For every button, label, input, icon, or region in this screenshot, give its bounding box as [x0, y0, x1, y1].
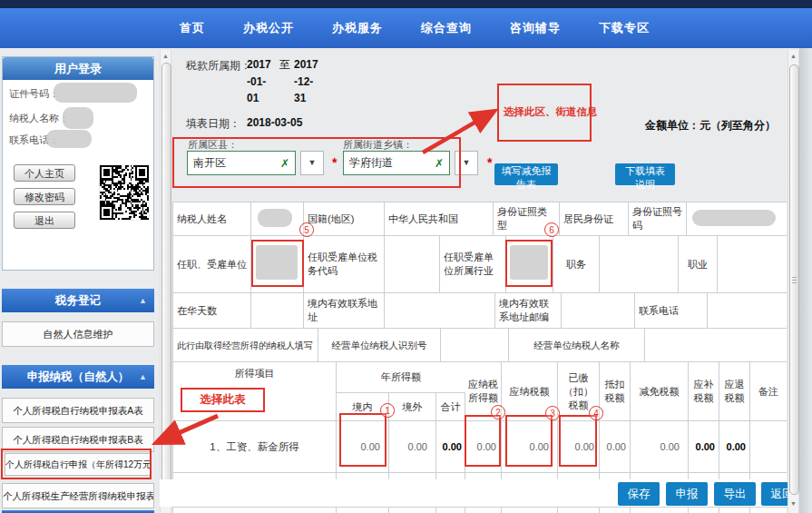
collapse-arrow-icon[interactable]: ▲ [139, 289, 147, 312]
header-tax-paid: 已缴（扣）税额 [558, 362, 600, 420]
value-tax-payable[interactable]: 0.00 [502, 421, 558, 472]
clear-icon[interactable]: ✗ [435, 157, 444, 170]
redacted-value [258, 209, 292, 227]
table-row: 纳税人姓名 国籍(地区) 中华人民共和国 身份证照类型 居民身份证 身份证照号码 [173, 202, 787, 236]
subheader-overseas: 境外 [389, 393, 436, 420]
user-login-panel: 用户登录 证件号码： 纳税人名称： 联系电话： 个人主页 修改密码 退出 [2, 56, 154, 271]
table-row: 此行由取得经营所得的纳税人填写 经营单位纳税人识别号 经营单位纳税人名称 [173, 329, 787, 364]
content-right-scrollbar[interactable]: ▲ ▼ [788, 50, 799, 513]
id-number-redacted [54, 83, 137, 103]
employer-industry-label: 任职受雇单位所属行业 [440, 236, 506, 292]
sidebar-item-form-b[interactable]: 个人所得税自行纳税申报表B表 [2, 427, 154, 452]
exempt-report-button[interactable]: 填写减免报告表 [494, 163, 558, 185]
value-tax-credit: 0.00 [600, 473, 631, 479]
declare-button[interactable]: 申报 [666, 482, 708, 506]
value-total: 0.00 [436, 421, 465, 472]
nav-tax-service[interactable]: 办税服务 [332, 20, 383, 36]
save-button[interactable]: 保存 [618, 482, 660, 506]
days-in-china-cell [251, 293, 304, 328]
table-row: 任职、受雇单位 任职受雇单位税务代码 任职受雇单位所属行业 职务 职业 [173, 236, 787, 293]
income-item-label: 2、个体工商户的生产、经营所得 [173, 473, 337, 479]
content-left-scrollbar[interactable]: ▲ ▼ [160, 50, 171, 513]
sidebar-item-form-a[interactable]: 个人所得税自行纳税申报表A表 [2, 398, 154, 423]
window-right-scrollbar[interactable] [799, 48, 812, 513]
value-tax-credit: 0.00 [600, 421, 631, 472]
street-dropdown-icon[interactable]: ▼ [455, 151, 478, 175]
tax-period-label: 税款所属期： [186, 58, 251, 74]
phone-label: 联系电话 [635, 293, 708, 328]
nav-home[interactable]: 首页 [180, 20, 205, 36]
scroll-down-icon[interactable]: ▼ [788, 500, 798, 507]
district-value: 南开区 [193, 155, 226, 171]
section-title: 税务登记 [55, 294, 101, 307]
value-taxable-income[interactable]: 0.00 [465, 421, 502, 472]
value-domestic[interactable]: 0.00 [337, 421, 389, 472]
subheader-total: 合计 [436, 393, 465, 420]
nationality-value: 中华人民共和国 [385, 202, 494, 235]
collapse-arrow-icon[interactable]: ▲ [139, 365, 147, 389]
business-tax-id-label: 经营单位纳税人识别号 [318, 329, 441, 363]
section-declare-tax[interactable]: 申报纳税（自然人） ▲ [2, 365, 154, 389]
street-required-mark: * [487, 155, 492, 170]
window-top-bar [0, 0, 812, 8]
sidebar-item-self-declare-120k[interactable]: 个人所得税自行申报（年所得12万元以上） [5, 453, 152, 476]
annotation-select-area: 选择此区、街道信息 [497, 84, 592, 142]
header-remark: 备注 [750, 362, 787, 420]
download-guide-button[interactable]: 下载填表说明 [615, 163, 675, 185]
scroll-up-icon[interactable]: ▲ [161, 53, 171, 59]
value-domestic: 0.00 [337, 473, 389, 479]
taxpayer-info-table: 纳税人姓名 国籍(地区) 中华人民共和国 身份证照类型 居民身份证 身份证照号码… [172, 202, 787, 364]
business-name-label: 经营单位纳税人名称 [509, 329, 645, 363]
address-zip-label: 境内有效联系地址邮编 [495, 293, 562, 328]
street-label: 所属街道乡镇： [343, 138, 413, 152]
change-password-button[interactable]: 修改密码 [14, 188, 75, 205]
business-note-label: 此行由取得经营所得的纳税人填写 [173, 329, 318, 363]
id-number-label: 证件号码： [9, 87, 59, 101]
scroll-up-icon[interactable]: ▲ [788, 53, 798, 59]
value-total: 0.00 [436, 473, 465, 479]
scrollbar-thumb[interactable] [789, 64, 799, 495]
id-type-value: 居民身份证 [560, 202, 629, 235]
logout-button[interactable]: 退出 [14, 212, 75, 229]
personal-home-button[interactable]: 个人主页 [14, 164, 75, 182]
redacted-value [256, 245, 298, 280]
subheader-domestic: 境内 [337, 393, 389, 420]
section-tax-registration[interactable]: 税务登记 ▲ [2, 289, 154, 312]
position-label: 职务 [553, 236, 600, 292]
district-dropdown-icon[interactable]: ▼ [300, 151, 324, 175]
nav-download[interactable]: 下载专区 [599, 20, 650, 36]
district-required-mark: * [332, 155, 337, 170]
export-button[interactable]: 导出 [714, 482, 756, 506]
id-number-cell [687, 202, 787, 235]
income-item-label: 1、工资、薪金所得 [173, 421, 337, 472]
sidebar-item-natural-person-info[interactable]: 自然人信息维护 [2, 321, 154, 347]
income-row-business: 2、个体工商户的生产、经营所得 0.00 0.00 0.00 0.00 0.00… [173, 473, 787, 479]
nav-tax-public[interactable]: 办税公开 [243, 20, 294, 36]
street-value: 学府街道 [349, 155, 393, 171]
business-tax-id-cell [441, 329, 509, 363]
value-tax-paid[interactable]: 0.00 [558, 421, 600, 472]
position-cell [600, 236, 679, 292]
address-label: 境内有效联系地址 [304, 293, 385, 328]
nav-consult[interactable]: 咨询辅导 [510, 20, 561, 36]
taxpayer-name-cell [251, 202, 304, 235]
sidebar-item-production-form-a[interactable]: 个人所得税生产经营所得纳税申报表A表 [2, 483, 154, 508]
clear-icon[interactable]: ✗ [280, 157, 289, 170]
value-overseas: 0.00 [389, 421, 436, 472]
scrollbar-thumb[interactable] [161, 63, 171, 496]
nav-query[interactable]: 综合查询 [421, 20, 472, 36]
value-tax-due: 0.00 [689, 421, 719, 472]
value-overseas: 0.00 [389, 473, 436, 479]
street-combobox[interactable]: 学府街道 ✗ [343, 151, 450, 175]
district-combobox[interactable]: 南开区 ✗ [187, 151, 296, 175]
value-remark [750, 421, 787, 472]
district-label: 所属区县： [188, 138, 238, 152]
section-title: 申报纳税（自然人） [27, 370, 130, 383]
occupation-label: 职业 [679, 236, 718, 292]
amount-unit-note: 金额单位：元（列至角分） [645, 118, 776, 133]
header-tax-credit: 抵扣税额 [600, 362, 631, 420]
employer-cell[interactable] [251, 236, 304, 292]
taxpayer-name-redacted [63, 107, 93, 129]
address-cell [385, 293, 495, 328]
employer-industry-cell[interactable] [506, 236, 553, 292]
